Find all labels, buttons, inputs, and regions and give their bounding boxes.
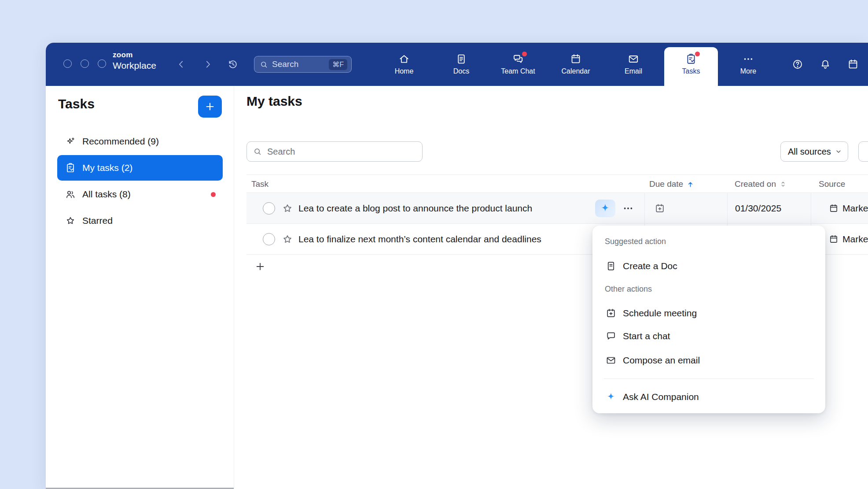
all-tasks-notification-dot <box>211 192 216 197</box>
star-task-button[interactable] <box>282 233 293 246</box>
nav-more[interactable]: More <box>721 43 775 86</box>
column-header-due-date[interactable]: Due date <box>649 175 695 193</box>
ai-star-icon <box>600 203 611 214</box>
menu-item-schedule-meeting[interactable]: Schedule meeting <box>604 302 814 325</box>
plus-icon <box>254 261 266 272</box>
ellipsis-icon <box>622 203 634 214</box>
ai-companion-action-button[interactable] <box>595 200 615 217</box>
screen: zoom Workplace Search ⌘F <box>0 0 868 489</box>
filter-button-partial[interactable] <box>858 141 868 162</box>
task-complete-checkbox[interactable] <box>263 202 275 215</box>
sidebar-item-starred[interactable]: Starred <box>57 208 223 233</box>
calendar-plus-icon <box>606 308 616 319</box>
sidebar-menu: Recommended (9) My tasks (2) <box>57 129 223 234</box>
home-icon <box>398 53 410 65</box>
sparkle-icon <box>65 136 76 147</box>
nav-docs-label: Docs <box>453 67 469 75</box>
nav-team-chat[interactable]: Team Chat <box>491 43 545 86</box>
column-header-source[interactable]: Source <box>819 175 845 193</box>
more-icon <box>743 53 754 65</box>
logo-zoom-text: zoom <box>113 51 156 59</box>
sort-ascending-icon[interactable] <box>686 180 695 189</box>
add-task-inline-button[interactable] <box>254 261 266 274</box>
sidebar-item-label: Starred <box>82 215 113 226</box>
nav-home[interactable]: Home <box>377 43 431 86</box>
table-header: Task Due date Created on Source <box>246 174 868 193</box>
sources-filter-dropdown[interactable]: All sources <box>780 141 848 162</box>
nav-email[interactable]: Email <box>607 43 660 86</box>
logo-workplace-text: Workplace <box>113 61 156 70</box>
star-icon <box>282 233 293 245</box>
docs-icon <box>456 53 467 65</box>
task-title: Lea to create a blog post to announce th… <box>298 193 532 224</box>
nav-email-label: Email <box>625 67 642 75</box>
window-control-minimize[interactable] <box>81 59 89 68</box>
users-icon <box>65 189 76 200</box>
window-control-close[interactable] <box>63 59 72 68</box>
page-title: My tasks <box>246 94 302 109</box>
team-chat-icon <box>512 53 524 65</box>
sidebar-item-my-tasks[interactable]: My tasks (2) <box>57 155 223 181</box>
search-shortcut-badge: ⌘F <box>329 59 347 70</box>
source-cell: Market <box>811 193 868 224</box>
suggested-action-label: Suggested action <box>605 237 666 246</box>
help-button[interactable] <box>792 59 803 71</box>
sort-toggle-icon[interactable] <box>779 180 787 188</box>
nav-calendar-label: Calendar <box>562 67 590 75</box>
calendar-icon <box>570 53 581 65</box>
sidebar-title: Tasks <box>58 96 95 111</box>
global-search[interactable]: Search ⌘F <box>254 56 352 73</box>
global-search-placeholder: Search <box>272 59 329 69</box>
nav-tasks[interactable]: Tasks <box>664 47 718 86</box>
menu-item-create-doc[interactable]: Create a Doc <box>604 255 814 278</box>
star-task-button[interactable] <box>282 203 293 215</box>
chevron-down-icon <box>835 148 842 156</box>
team-chat-notification-dot <box>522 52 527 56</box>
table-row[interactable]: Lea to create a blog post to announce th… <box>246 193 868 224</box>
menu-item-compose-email[interactable]: Compose an email <box>604 349 814 372</box>
window-control-maximize[interactable] <box>98 59 106 68</box>
task-complete-checkbox[interactable] <box>263 233 275 245</box>
due-date-cell[interactable] <box>644 193 727 224</box>
calendar-plus-icon <box>655 203 665 214</box>
column-header-task[interactable]: Task <box>251 175 268 193</box>
plus-icon <box>204 101 216 112</box>
nav-team-chat-label: Team Chat <box>501 67 535 75</box>
history-button[interactable] <box>227 59 239 71</box>
menu-item-start-chat[interactable]: Start a chat <box>604 325 814 348</box>
nav-calendar[interactable]: Calendar <box>549 43 603 86</box>
task-list-icon <box>65 163 76 173</box>
calendar-icon <box>847 59 859 70</box>
notifications-button[interactable] <box>820 59 831 71</box>
task-search-input[interactable] <box>266 146 416 157</box>
forward-button[interactable] <box>202 59 213 71</box>
menu-divider <box>604 378 814 379</box>
sidebar-item-all-tasks[interactable]: All tasks (8) <box>57 182 223 207</box>
search-icon <box>253 147 262 156</box>
doc-icon <box>606 261 616 271</box>
task-title: Lea to finalize next month’s content cal… <box>298 224 541 255</box>
history-icon <box>227 59 239 70</box>
nav-docs[interactable]: Docs <box>434 43 488 86</box>
topbar: zoom Workplace Search ⌘F <box>46 43 868 86</box>
back-button[interactable] <box>176 59 187 71</box>
search-icon <box>260 60 268 69</box>
column-header-created-on[interactable]: Created on <box>735 175 787 193</box>
sidebar-item-label: My tasks (2) <box>82 163 132 173</box>
sources-filter-label: All sources <box>788 147 831 157</box>
new-task-button[interactable] <box>198 96 222 118</box>
window-controls <box>63 59 106 68</box>
schedule-button[interactable] <box>847 59 859 71</box>
star-icon <box>282 203 293 214</box>
ai-star-icon <box>606 392 616 402</box>
row-more-actions-button[interactable] <box>620 203 636 214</box>
calendar-icon <box>829 204 839 213</box>
chat-icon <box>606 331 616 341</box>
nav-home-label: Home <box>395 67 414 75</box>
sidebar-item-recommended[interactable]: Recommended (9) <box>57 129 223 154</box>
star-icon <box>65 215 76 226</box>
sidebar-item-label: All tasks (8) <box>82 189 131 200</box>
sidebar: Tasks Recommended (9) <box>46 86 234 489</box>
menu-item-ask-ai-companion[interactable]: Ask AI Companion <box>604 385 814 408</box>
calendar-icon <box>829 234 839 244</box>
